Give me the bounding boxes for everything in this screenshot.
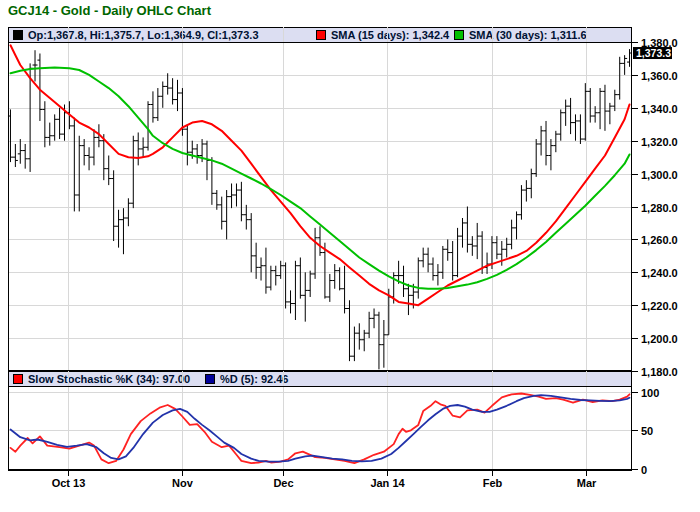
percent-d-line xyxy=(11,395,630,462)
last-price-tag xyxy=(633,47,672,59)
last-price-label: 1,373.3 xyxy=(636,47,671,59)
x-axis-label: Jan 14 xyxy=(370,477,405,489)
legend-stoch-d-label: %D (5): 92.46 xyxy=(220,373,288,385)
x-axis-label: Oct 13 xyxy=(52,477,86,489)
x-axis-label: Dec xyxy=(273,477,293,489)
legend-ohlc-label: Op:1,367.8, Hi:1,375.7, Lo:1,364.9, Cl:1… xyxy=(28,29,259,41)
legend-item-sma15: SMA (15 days): 1,342.4 xyxy=(316,28,449,42)
y-axis-label: 1,200.0 xyxy=(641,333,678,345)
main-chart-legend: Op:1,367.8, Hi:1,375.7, Lo:1,364.9, Cl:1… xyxy=(8,27,632,43)
stochastic-legend: Slow Stochastic %K (34): 97.00 %D (5): 9… xyxy=(8,371,632,387)
legend-stoch-k-label: Slow Stochastic %K (34): 97.00 xyxy=(28,373,190,385)
percent-k-line xyxy=(11,394,630,464)
stoch-k-swatch-icon xyxy=(13,374,23,384)
y-axis-label: 1,320.0 xyxy=(641,136,678,148)
sma15-line xyxy=(11,45,630,305)
legend-sma15-label: SMA (15 days): 1,342.4 xyxy=(331,29,449,41)
legend-item-stoch-d: %D (5): 92.46 xyxy=(205,372,288,386)
y-axis-label: 1,360.0 xyxy=(641,70,678,82)
y-axis-label: 1,240.0 xyxy=(641,267,678,279)
y-axis-label: 1,380.0 xyxy=(641,37,678,49)
legend-item-sma30: SMA (30 days): 1,311.6 xyxy=(454,28,587,42)
y-axis-label: 1,340.0 xyxy=(641,103,678,115)
sma30-line xyxy=(11,68,630,289)
stoch-axis-label: 0 xyxy=(641,464,647,476)
y-axis-label: 1,300.0 xyxy=(641,169,678,181)
x-axis-label: Nov xyxy=(172,477,194,489)
main-plot-border xyxy=(9,43,632,371)
y-axis-label: 1,220.0 xyxy=(641,300,678,312)
y-axis-label: 1,280.0 xyxy=(641,202,678,214)
ohlc-swatch-icon xyxy=(13,30,23,40)
y-axis-label: 1,180.0 xyxy=(641,366,678,378)
stoch-axis-label: 50 xyxy=(641,425,653,437)
stoch-axis-label: 100 xyxy=(641,387,659,399)
legend-sma30-label: SMA (30 days): 1,311.6 xyxy=(469,29,587,41)
x-axis-label: Feb xyxy=(483,477,503,489)
legend-item-stoch-k: Slow Stochastic %K (34): 97.00 xyxy=(13,372,190,386)
price-and-stochastic-plot: Oct 13NovDecJan 14FebMar1,380.01,360.01,… xyxy=(0,0,700,512)
sma15-swatch-icon xyxy=(316,30,326,40)
sma30-swatch-icon xyxy=(454,30,464,40)
y-axis-label: 1,260.0 xyxy=(641,234,678,246)
page-title: GCJ14 - Gold - Daily OHLC Chart xyxy=(8,3,211,18)
stoch-plot-border xyxy=(9,387,632,470)
x-axis-label: Mar xyxy=(577,477,597,489)
stoch-d-swatch-icon xyxy=(205,374,215,384)
chart-container: GCJ14 - Gold - Daily OHLC Chart Op:1,367… xyxy=(0,0,700,512)
legend-item-ohlc: Op:1,367.8, Hi:1,375.7, Lo:1,364.9, Cl:1… xyxy=(13,28,259,42)
